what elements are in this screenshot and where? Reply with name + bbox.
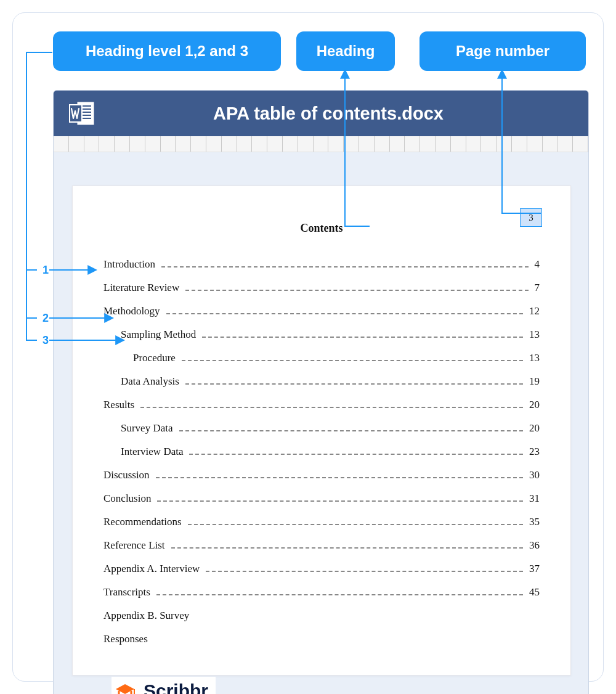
toc-leader-dots xyxy=(185,383,523,385)
toc-row: Procedure13 xyxy=(103,352,540,364)
toc-entry-page: 23 xyxy=(529,446,540,458)
word-app-icon xyxy=(68,100,95,127)
toc-entry-label: Introduction xyxy=(103,258,155,271)
toc-body: Introduction4Literature Review7Methodolo… xyxy=(103,258,540,645)
toc-row: Survey Data20 xyxy=(103,422,540,435)
toc-row: Methodology12 xyxy=(103,305,540,317)
toc-entry-label: Appendix B. Survey xyxy=(103,610,189,622)
toc-entry-label: Appendix A. Interview xyxy=(103,563,200,575)
level-marker-2: 2 xyxy=(43,312,49,325)
level-marker-1: 1 xyxy=(43,264,49,277)
toc-entry-page: 30 xyxy=(529,469,540,481)
brand-logo: Scribbr xyxy=(111,677,216,694)
toc-row: Introduction4 xyxy=(103,258,540,271)
toc-entry-page: 20 xyxy=(529,422,540,435)
toc-leader-dots xyxy=(188,524,523,525)
toc-entry-label: Discussion xyxy=(103,469,150,481)
toc-entry-label: Conclusion xyxy=(103,492,151,505)
toc-entry-label: Interview Data xyxy=(121,446,183,458)
toc-entry-label: Reference List xyxy=(103,539,165,552)
toc-leader-dots xyxy=(202,337,523,338)
document-window: APA table of contents.docx 3 Contents In… xyxy=(53,90,589,694)
document-page: 3 Contents Introduction4Literature Revie… xyxy=(72,186,571,676)
document-canvas: 3 Contents Introduction4Literature Revie… xyxy=(54,152,588,694)
toc-entry-page: 45 xyxy=(529,586,540,598)
graduation-cap-icon xyxy=(113,680,137,694)
toc-row: Transcripts45 xyxy=(103,586,540,598)
toc-entry-label: Results xyxy=(103,399,134,411)
toc-leader-dots xyxy=(161,266,528,267)
toc-entry-page: 20 xyxy=(529,399,540,411)
toc-leader-dots xyxy=(206,571,523,572)
toc-entry-page: 13 xyxy=(529,329,540,341)
toc-row: Interview Data23 xyxy=(103,446,540,458)
toc-leader-dots xyxy=(157,500,523,502)
callout-heading-levels: Heading level 1,2 and 3 xyxy=(53,31,281,71)
document-filename: APA table of contents.docx xyxy=(114,104,543,124)
toc-row: Appendix A. Interview37 xyxy=(103,563,540,575)
toc-leader-dots xyxy=(140,407,523,408)
toc-row: Sampling Method13 xyxy=(103,329,540,341)
toc-leader-dots xyxy=(189,454,523,455)
diagram-frame: Heading level 1,2 and 3 Heading Page num… xyxy=(12,12,604,682)
brand-name: Scribbr xyxy=(144,680,208,694)
toc-leader-dots xyxy=(185,290,528,291)
toc-entry-page: 37 xyxy=(529,563,540,575)
toc-entry-label: Recommendations xyxy=(103,516,182,528)
callout-page-number: Page number xyxy=(419,31,586,71)
toc-row: Literature Review7 xyxy=(103,282,540,294)
toc-entry-page: 35 xyxy=(529,516,540,528)
toc-entry-label: Literature Review xyxy=(103,282,179,294)
toc-entry-label: Responses xyxy=(103,633,148,645)
page-number-box: 3 xyxy=(520,208,542,227)
toc-leader-dots xyxy=(166,313,523,314)
toc-entry-label: Procedure xyxy=(133,352,176,364)
toc-leader-dots xyxy=(182,360,523,361)
toc-entry-page: 36 xyxy=(529,539,540,552)
toc-leader-dots xyxy=(179,430,523,431)
toc-entry-page: 4 xyxy=(535,258,540,271)
page-number-value: 3 xyxy=(529,213,533,223)
toc-row: Responses xyxy=(103,633,540,645)
toc-row: Conclusion31 xyxy=(103,492,540,505)
toc-entry-page: 13 xyxy=(529,352,540,364)
toc-entry-label: Methodology xyxy=(103,305,160,317)
toc-row: Reference List36 xyxy=(103,539,540,552)
toc-row: Discussion30 xyxy=(103,469,540,481)
toc-row: Recommendations35 xyxy=(103,516,540,528)
toc-entry-label: Survey Data xyxy=(121,422,173,435)
toc-leader-dots xyxy=(156,594,523,595)
toc-entry-page: 19 xyxy=(529,375,540,388)
toc-entry-page: 7 xyxy=(535,282,540,294)
toc-entry-label: Data Analysis xyxy=(121,375,179,388)
toc-title: Contents xyxy=(103,222,540,235)
document-ruler xyxy=(54,136,588,152)
toc-row: Results20 xyxy=(103,399,540,411)
toc-entry-page: 31 xyxy=(529,492,540,505)
callout-heading: Heading xyxy=(296,31,395,71)
toc-entry-page: 12 xyxy=(529,305,540,317)
document-titlebar: APA table of contents.docx xyxy=(54,91,588,136)
toc-leader-dots xyxy=(156,477,523,478)
toc-leader-dots xyxy=(171,547,523,549)
level-marker-3: 3 xyxy=(43,334,49,347)
toc-entry-label: Sampling Method xyxy=(121,329,196,341)
toc-row: Data Analysis19 xyxy=(103,375,540,388)
toc-row: Appendix B. Survey xyxy=(103,610,540,622)
toc-entry-label: Transcripts xyxy=(103,586,150,598)
